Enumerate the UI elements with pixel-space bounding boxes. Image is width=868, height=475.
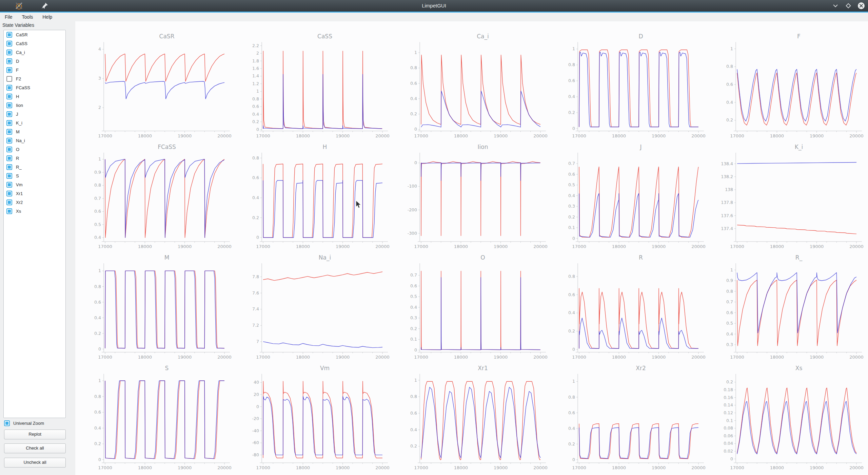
state-variable-item-H[interactable]: H <box>4 92 65 101</box>
svg-text:0.3: 0.3 <box>568 204 575 209</box>
check-all-button[interactable]: Check all <box>4 443 66 453</box>
state-variable-item-Na_i[interactable]: Na_i <box>4 136 65 145</box>
state-variable-checkbox-H[interactable] <box>6 94 12 99</box>
menu-item-tools[interactable]: Tools <box>17 13 38 21</box>
svg-text:18000: 18000 <box>138 465 152 470</box>
svg-text:1: 1 <box>414 50 417 55</box>
state-variable-checkbox-J[interactable] <box>6 111 12 117</box>
plot-R_[interactable]: R_0.30.40.50.60.70.80.911700018000190002… <box>709 252 867 363</box>
Xr2-trace-blue <box>579 428 698 458</box>
state-variable-item-Xr1[interactable]: Xr1 <box>4 189 65 198</box>
svg-text:0.4: 0.4 <box>568 193 575 198</box>
plot-S[interactable]: S00.20.40.60.8117000180001900020000 <box>77 363 235 474</box>
svg-text:0.4: 0.4 <box>726 100 733 105</box>
state-variable-checkbox-S[interactable] <box>6 173 12 179</box>
state-variable-item-Vm[interactable]: Vm <box>4 180 65 189</box>
plot-M[interactable]: M00.20.40.60.8117000180001900020000 <box>77 252 235 363</box>
state-variable-checkbox-D[interactable] <box>6 58 12 64</box>
svg-text:0.1: 0.1 <box>568 225 575 230</box>
state-variable-checkbox-Xs[interactable] <box>6 208 12 214</box>
state-variable-item-FCaSS[interactable]: FCaSS <box>4 83 65 92</box>
menu-item-help[interactable]: Help <box>38 13 57 21</box>
plot-D[interactable]: D00.20.40.60.8117000180001900020000 <box>551 31 709 142</box>
state-variable-item-Xs[interactable]: Xs <box>4 207 65 215</box>
state-variable-checkbox-Xr2[interactable] <box>6 200 12 205</box>
state-variable-checkbox-Na_i[interactable] <box>6 138 12 144</box>
state-variable-checkbox-R[interactable] <box>6 155 12 161</box>
state-variable-checkbox-F2[interactable] <box>6 76 12 82</box>
state-variable-checkbox-Iion[interactable] <box>6 102 12 108</box>
svg-text:18000: 18000 <box>138 133 152 138</box>
state-variable-item-J[interactable]: J <box>4 110 65 118</box>
state-variable-checkbox-O[interactable] <box>6 147 12 152</box>
plot-CaSS[interactable]: CaSS00.20.40.60.811.21.41.61.822.2170001… <box>235 31 393 142</box>
plot-Iion[interactable]: Iion-300-200-100017000180001900020000 <box>393 142 551 252</box>
state-variable-checkbox-Ca_i[interactable] <box>6 50 12 55</box>
svg-text:0: 0 <box>256 127 259 132</box>
svg-text:0.06: 0.06 <box>724 433 733 438</box>
plot-FCaSS[interactable]: FCaSS0.40.50.60.70.80.911700018000190002… <box>77 142 235 252</box>
plot-Xs[interactable]: Xs00.020.040.060.080.10.120.140.160.180.… <box>709 363 867 474</box>
close-button[interactable] <box>857 2 865 10</box>
svg-text:0.2: 0.2 <box>94 331 101 336</box>
svg-text:M: M <box>164 254 170 261</box>
plot-R[interactable]: R00.20.40.60.817000180001900020000 <box>551 252 709 363</box>
state-variable-item-Ca_i[interactable]: Ca_i <box>4 48 65 57</box>
state-variable-checkbox-M[interactable] <box>6 129 12 135</box>
uncheck-all-button[interactable]: Uncheck all <box>4 458 66 468</box>
plot-Na_i[interactable]: Na_i77.27.47.67.817000180001900020000 <box>235 252 393 363</box>
svg-text:20000: 20000 <box>217 465 231 470</box>
replot-button[interactable]: Replot <box>4 430 66 439</box>
state-variable-checkbox-Vm[interactable] <box>6 182 12 188</box>
svg-text:0.3: 0.3 <box>410 315 417 320</box>
state-variable-item-S[interactable]: S <box>4 171 65 180</box>
svg-text:F: F <box>797 33 801 40</box>
Na_i-trace-red <box>263 272 382 281</box>
plot-CaSR[interactable]: CaSR23417000180001900020000 <box>77 31 235 142</box>
universal-zoom-checkbox[interactable] <box>4 420 10 426</box>
state-variable-item-CaSR[interactable]: CaSR <box>4 30 65 39</box>
svg-text:20000: 20000 <box>533 133 547 138</box>
plot-J[interactable]: J00.10.20.30.40.50.60.717000180001900020… <box>551 142 709 252</box>
svg-text:R: R <box>639 254 643 261</box>
state-variable-checkbox-FCaSS[interactable] <box>6 85 12 91</box>
plot-Xr2[interactable]: Xr200.20.40.60.8117000180001900020000 <box>551 363 709 474</box>
plot-O[interactable]: O00.10.20.30.40.50.60.717000180001900020… <box>393 252 551 363</box>
state-variable-item-Iion[interactable]: Iion <box>4 101 65 110</box>
state-variable-checkbox-R_[interactable] <box>6 164 12 170</box>
menu-item-file[interactable]: File <box>0 13 17 21</box>
svg-text:0.2: 0.2 <box>410 443 417 449</box>
state-variable-checkbox-K_i[interactable] <box>6 120 12 126</box>
plot-H[interactable]: H00.20.40.60.817000180001900020000 <box>235 142 393 252</box>
state-variable-item-F2[interactable]: F2 <box>4 74 65 83</box>
universal-zoom-row[interactable]: Universal Zoom <box>4 420 44 426</box>
minimize-button[interactable] <box>831 2 840 10</box>
plot-Xr1[interactable]: Xr10.20.40.60.8117000180001900020000 <box>393 363 551 474</box>
state-variable-item-R[interactable]: R <box>4 154 65 163</box>
maximize-button[interactable] <box>844 2 852 10</box>
state-variable-checkbox-CaSR[interactable] <box>6 32 12 38</box>
svg-text:0.8: 0.8 <box>726 289 733 294</box>
state-variable-checkbox-F[interactable] <box>6 67 12 73</box>
state-variable-item-R_[interactable]: R_ <box>4 163 65 171</box>
plot-Ca_i[interactable]: Ca_i00.20.40.60.8117000180001900020000 <box>393 31 551 142</box>
state-variable-item-CaSS[interactable]: CaSS <box>4 39 65 48</box>
state-variable-item-K_i[interactable]: K_i <box>4 118 65 127</box>
state-variable-checkbox-CaSS[interactable] <box>6 41 12 46</box>
state-variable-item-O[interactable]: O <box>4 145 65 154</box>
svg-text:17000: 17000 <box>98 244 112 249</box>
state-variable-item-Xr2[interactable]: Xr2 <box>4 198 65 207</box>
plot-F[interactable]: F0.20.40.60.8117000180001900020000 <box>709 31 867 142</box>
state-variables-list[interactable]: CaSRCaSSCa_iDFF2FCaSSHIionJK_iMNa_iORR_S… <box>3 30 66 418</box>
svg-text:19000: 19000 <box>810 133 824 138</box>
state-variable-item-M[interactable]: M <box>4 127 65 136</box>
svg-text:20000: 20000 <box>375 465 389 470</box>
state-variable-item-F[interactable]: F <box>4 65 65 74</box>
svg-text:0.2: 0.2 <box>252 215 259 220</box>
svg-text:18000: 18000 <box>454 465 468 470</box>
plot-K_i[interactable]: K_i137.4137.6137.8138138.2138.4170001800… <box>709 142 867 252</box>
plot-Vm[interactable]: Vm-80-60-40-200204017000180001900020000 <box>235 363 393 474</box>
state-variable-checkbox-Xr1[interactable] <box>6 191 12 196</box>
state-variable-item-D[interactable]: D <box>4 57 65 65</box>
svg-text:7.4: 7.4 <box>252 306 259 311</box>
